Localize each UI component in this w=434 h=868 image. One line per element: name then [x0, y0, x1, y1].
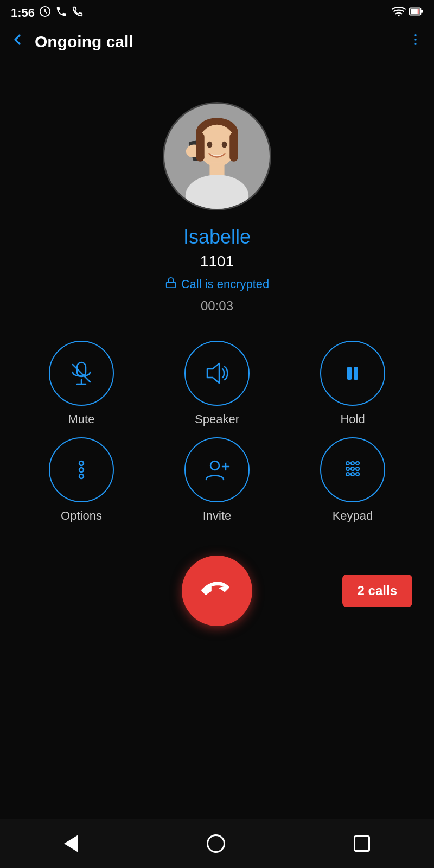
status-left: 1:56 [11, 5, 84, 20]
contact-avatar [163, 102, 271, 210]
svg-point-38 [356, 462, 359, 465]
svg-point-37 [351, 462, 354, 465]
nav-home-button[interactable] [207, 834, 225, 853]
svg-point-41 [356, 467, 359, 470]
svg-point-40 [351, 467, 354, 470]
hold-label: Hold [340, 412, 365, 426]
bottom-actions: 2 calls [0, 556, 434, 626]
hold-button[interactable]: Hold [293, 341, 412, 426]
options-label: Options [61, 509, 102, 523]
svg-point-8 [414, 43, 417, 45]
keypad-circle [320, 437, 385, 502]
svg-rect-19 [209, 163, 224, 175]
svg-point-32 [79, 474, 84, 478]
end-call-button[interactable] [182, 556, 252, 626]
status-bar: 1:56 [0, 0, 434, 24]
contact-name: Isabelle [183, 226, 251, 248]
lock-icon [165, 277, 177, 292]
encrypted-label: Call is encrypted [181, 277, 270, 291]
page-title: Ongoing call [35, 33, 133, 51]
status-right [392, 5, 423, 20]
nav-recents-button[interactable] [354, 835, 370, 852]
speaker-circle [184, 341, 250, 406]
svg-rect-21 [229, 132, 238, 161]
main-content: Isabelle 1101 Call is encrypted 00:03 [0, 59, 434, 626]
svg-rect-4 [420, 10, 423, 13]
call-icon-1 [55, 5, 67, 20]
speaker-label: Speaker [195, 412, 239, 426]
hold-circle [320, 341, 385, 406]
battery-icon [409, 5, 423, 20]
svg-point-31 [79, 468, 84, 472]
speaker-button[interactable]: Speaker [157, 341, 277, 426]
navigation-bar [0, 819, 434, 868]
svg-point-6 [414, 34, 417, 36]
svg-point-44 [356, 473, 359, 476]
nav-back-button[interactable] [64, 835, 78, 852]
svg-point-1 [398, 15, 399, 16]
invite-button[interactable]: Invite [157, 437, 277, 523]
svg-point-15 [222, 142, 227, 148]
top-bar-left: Ongoing call [9, 31, 133, 52]
svg-rect-29 [354, 367, 358, 380]
svg-point-39 [346, 467, 349, 470]
top-bar: Ongoing call [0, 24, 434, 59]
invite-circle [184, 437, 250, 502]
svg-point-14 [207, 142, 213, 148]
more-options-button[interactable] [408, 32, 423, 51]
svg-point-43 [351, 473, 354, 476]
invite-label: Invite [203, 509, 232, 523]
svg-point-33 [210, 461, 219, 470]
svg-point-42 [346, 473, 349, 476]
call-icon-2 [72, 5, 84, 20]
call-timer: 00:03 [201, 298, 233, 314]
mute-button[interactable]: Mute [22, 341, 141, 426]
calls-badge[interactable]: 2 calls [342, 575, 412, 607]
contact-number: 1101 [200, 253, 234, 270]
encrypted-row: Call is encrypted [165, 277, 270, 292]
svg-point-36 [346, 462, 349, 465]
actions-grid: Mute Speaker Hold [0, 341, 434, 523]
options-circle [49, 437, 114, 502]
svg-rect-22 [166, 282, 175, 288]
wifi-icon [392, 5, 406, 20]
svg-rect-28 [347, 367, 352, 380]
status-time: 1:56 [11, 6, 35, 20]
back-button[interactable] [9, 31, 26, 52]
options-button[interactable]: Options [22, 437, 141, 523]
svg-point-7 [414, 39, 417, 41]
svg-marker-27 [207, 363, 219, 383]
mute-circle [49, 341, 114, 406]
keypad-label: Keypad [333, 509, 373, 523]
google-icon [39, 5, 51, 20]
mute-label: Mute [68, 412, 95, 426]
svg-point-30 [79, 461, 84, 465]
svg-rect-20 [196, 132, 205, 161]
keypad-button[interactable]: Keypad [293, 437, 412, 523]
